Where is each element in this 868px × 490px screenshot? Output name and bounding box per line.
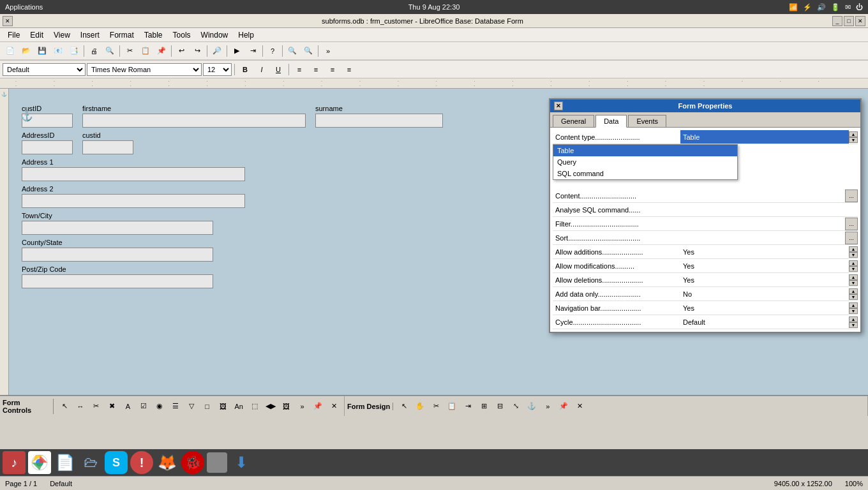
align-left-btn[interactable]: ≡	[292, 63, 307, 77]
zoom-out-btn[interactable]: 🔍	[301, 44, 316, 58]
close2-btn[interactable]: ✕	[326, 399, 341, 413]
address2-input[interactable]	[22, 194, 245, 208]
prop-filter-browse-btn[interactable]: ...	[845, 218, 858, 230]
taskbar-skype[interactable]: S	[105, 451, 128, 474]
surname-input[interactable]	[315, 114, 443, 128]
design-close-btn[interactable]: ✕	[572, 399, 587, 413]
add-data-only-down[interactable]: ▼	[849, 294, 858, 300]
design-pin-btn[interactable]: 📌	[556, 399, 571, 413]
spin-up-btn[interactable]: ▲	[849, 131, 858, 137]
font-style-select[interactable]: Default	[3, 63, 86, 76]
menu-file[interactable]: File	[3, 29, 25, 41]
copy-btn[interactable]: 📋	[138, 44, 153, 58]
design-align-btn[interactable]: ⊟	[492, 399, 507, 413]
prop-sort-input[interactable]	[680, 232, 845, 244]
more2-btn[interactable]: »	[295, 399, 310, 413]
menu-table[interactable]: Table	[139, 29, 168, 41]
underline-btn[interactable]: U	[271, 63, 286, 77]
allow-modifications-down[interactable]: ▼	[849, 266, 858, 272]
allow-deletions-up[interactable]: ▲	[849, 274, 858, 280]
tab-events[interactable]: Events	[628, 115, 666, 127]
address1-input[interactable]	[22, 167, 245, 181]
align-right-btn[interactable]: ≡	[325, 63, 340, 77]
form-nav-btn[interactable]: ▶	[229, 44, 244, 58]
zoom-in-btn[interactable]: 🔍	[285, 44, 300, 58]
window-close-btn[interactable]: ✕	[3, 16, 13, 26]
radio-btn[interactable]: ◉	[152, 399, 167, 413]
design-select-btn[interactable]: ↖	[396, 399, 412, 413]
dropdown-item-query[interactable]: Query	[553, 156, 737, 168]
dropdown-item-sql[interactable]: SQL command	[553, 168, 737, 179]
taskbar-chrome[interactable]	[28, 451, 51, 474]
cut2-btn[interactable]: ✂	[89, 399, 104, 413]
content-type-dropdown[interactable]: Table Query SQL command	[553, 144, 738, 180]
more-btn[interactable]: »	[320, 44, 336, 58]
label-btn[interactable]: An	[231, 399, 246, 413]
taskbar-bug[interactable]: 🐞	[181, 451, 204, 474]
tab-order-btn[interactable]: ⇥	[245, 44, 260, 58]
allow-additions-up[interactable]: ▲	[849, 246, 858, 252]
navigation-bar-up[interactable]: ▲	[849, 302, 858, 308]
window-right-controls[interactable]: _ □ ✕	[832, 16, 865, 26]
prop-filter-input[interactable]	[680, 218, 845, 230]
prop-content-browse-btn[interactable]: ...	[845, 189, 858, 202]
navigation-bar-down[interactable]: ▼	[849, 308, 858, 314]
prop-analyse-sql-input[interactable]	[680, 204, 858, 216]
taskbar-music[interactable]: ♪	[3, 451, 26, 474]
allow-deletions-down[interactable]: ▼	[849, 280, 858, 286]
design-copy-btn[interactable]: 📋	[444, 399, 460, 413]
window-minimize-btn[interactable]: _	[832, 16, 842, 26]
help-btn[interactable]: ?	[265, 44, 280, 58]
pdf-btn[interactable]: 📑	[66, 44, 82, 58]
save-btn[interactable]: 💾	[34, 44, 50, 58]
window-close-btn2[interactable]: ✕	[855, 16, 865, 26]
navigation-bar-spin[interactable]: ▲ ▼	[849, 302, 858, 314]
align-center-btn[interactable]: ≡	[308, 63, 324, 77]
design-anchor-btn[interactable]: ⚓	[524, 399, 539, 413]
imgbtn-btn[interactable]: 🖼	[279, 399, 294, 413]
prop-cycle-input[interactable]	[680, 316, 849, 329]
menu-view[interactable]: View	[49, 29, 75, 41]
taskbar-box1[interactable]	[207, 452, 227, 473]
design-cut-btn[interactable]: ✂	[428, 399, 444, 413]
power-icon[interactable]: ⏻	[856, 3, 863, 11]
content-type-selected[interactable]: Table	[680, 130, 849, 144]
select-btn[interactable]: ↖	[57, 399, 72, 413]
countystate-input[interactable]	[22, 248, 213, 262]
allow-deletions-spin[interactable]: ▲ ▼	[849, 274, 858, 286]
prop-add-data-only-input[interactable]	[680, 288, 849, 301]
taskbar-finder[interactable]: 🗁	[79, 451, 102, 474]
image-btn[interactable]: 🖼	[215, 399, 230, 413]
design-more-btn[interactable]: »	[540, 399, 555, 413]
prop-navigation-bar-input[interactable]	[680, 302, 849, 315]
allow-additions-spin[interactable]: ▲ ▼	[849, 246, 858, 258]
design-grid-btn[interactable]: ⊞	[476, 399, 491, 413]
prop-allow-deletions-input[interactable]	[680, 274, 849, 286]
dialog-title-bar[interactable]: ✕ Form Properties	[550, 100, 860, 112]
firstname-input[interactable]	[82, 114, 306, 128]
design-move-btn[interactable]: ✋	[412, 399, 428, 413]
add-data-only-spin[interactable]: ▲ ▼	[849, 288, 858, 300]
taskbar-files[interactable]: 📄	[54, 451, 77, 474]
taskbar-download[interactable]: ⬇	[230, 451, 253, 474]
preview-btn[interactable]: 🔍	[102, 44, 117, 58]
prop-content-input[interactable]	[680, 189, 845, 202]
cycle-up[interactable]: ▲	[849, 316, 858, 322]
cut-btn[interactable]: ✂	[122, 44, 137, 58]
prop-sort-browse-btn[interactable]: ...	[845, 232, 858, 244]
design-taborder-btn[interactable]: ⇥	[460, 399, 475, 413]
prop-allow-additions-input[interactable]	[680, 246, 849, 258]
applications-menu[interactable]: Applications	[5, 3, 43, 11]
menu-tools[interactable]: Tools	[168, 29, 196, 41]
pin-btn[interactable]: 📌	[310, 399, 326, 413]
cycle-spin[interactable]: ▲ ▼	[849, 316, 858, 328]
postzip-input[interactable]	[22, 274, 213, 288]
window-maximize-btn[interactable]: □	[844, 16, 854, 26]
menu-insert[interactable]: Insert	[75, 29, 105, 41]
bold-btn[interactable]: B	[237, 63, 253, 77]
menu-window[interactable]: Window	[196, 29, 234, 41]
tab-general[interactable]: General	[553, 115, 594, 127]
add-data-only-up[interactable]: ▲	[849, 288, 858, 294]
tab-data[interactable]: Data	[595, 115, 627, 128]
font-name-select[interactable]: Times New Roman	[87, 63, 202, 76]
